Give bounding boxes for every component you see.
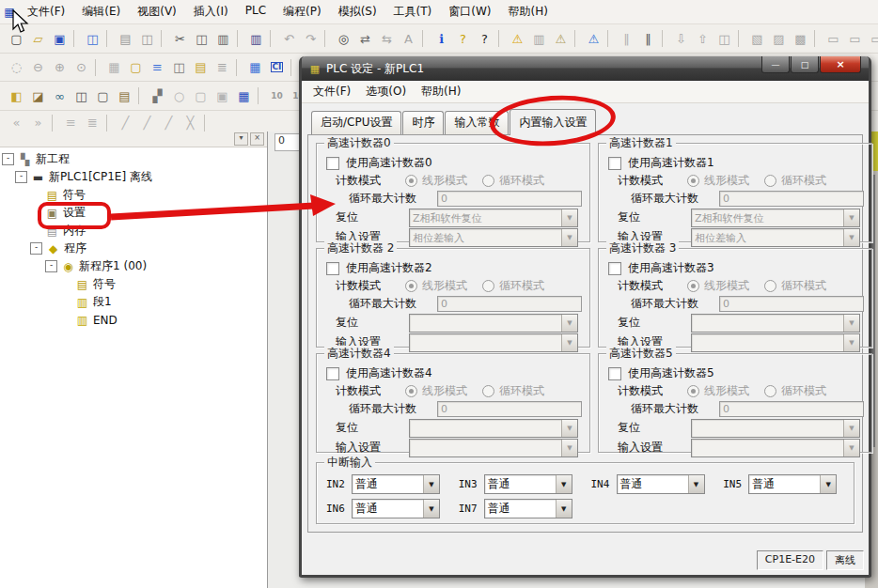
linear-mode-radio[interactable] (405, 280, 417, 292)
close-button[interactable]: × (820, 56, 861, 73)
chevron-down-icon[interactable]: ▼ (843, 440, 859, 456)
paste-special-icon[interactable]: ▥ (245, 29, 267, 48)
chevron-down-icon[interactable]: ▼ (843, 334, 859, 351)
help-icon[interactable]: ? (452, 29, 474, 48)
expander-icon[interactable]: - (45, 260, 57, 272)
use-counter-checkbox[interactable] (608, 262, 621, 275)
maximize-button[interactable]: □ (791, 56, 819, 73)
tree-item-program-symbols[interactable]: - ▤ 符号 (0, 275, 267, 293)
chevron-down-icon[interactable]: ▼ (556, 500, 572, 518)
ring-max-input[interactable]: 0 (437, 191, 582, 207)
coil-icon[interactable]: ○ (168, 86, 190, 105)
input-setting-select[interactable]: ▼ (409, 439, 578, 457)
tree-item-memory[interactable]: - ▤ 内存 (0, 222, 267, 240)
dlg-menu-options[interactable]: 选项(O) (358, 81, 414, 102)
watch-window-icon[interactable]: ∞ (49, 86, 71, 105)
reset-select[interactable]: Z相和软件复位 ▼ (409, 209, 578, 227)
undo-icon[interactable]: ↶ (278, 29, 300, 48)
menu-simulation[interactable]: 模拟(S) (330, 1, 385, 23)
chevron-down-icon[interactable]: ▼ (561, 440, 577, 456)
io-comment-icon[interactable]: ▤ (190, 58, 212, 77)
properties-icon[interactable]: ▤ (114, 86, 135, 105)
interrupt-mode-select[interactable]: 普通 ▼ (352, 474, 440, 494)
page-setup-icon[interactable]: ◫ (82, 29, 103, 48)
reset-select[interactable]: Z相和软件复位 ▼ (691, 209, 860, 227)
tab-input-constant[interactable]: 输入常数 (445, 111, 509, 135)
tree-item-end[interactable]: - ▥ END (0, 311, 267, 329)
ring-mode-radio[interactable] (764, 280, 776, 292)
zoom-select-icon[interactable]: ◌ (6, 58, 27, 77)
tab-builtin-input[interactable]: 内置输入设置 (510, 109, 596, 135)
online-edit-warning-icon[interactable]: ⚠ (583, 29, 604, 48)
use-counter-checkbox[interactable] (608, 157, 621, 170)
transfer-to-plc-icon[interactable]: ⇩ (670, 29, 692, 48)
chevron-down-icon[interactable]: ▼ (561, 334, 577, 351)
menu-help[interactable]: 帮助(H) (500, 1, 557, 23)
dlg-menu-file[interactable]: 文件(F) (306, 81, 358, 102)
chevron-down-icon[interactable]: ▼ (820, 475, 836, 493)
tab-timing[interactable]: 时序 (402, 111, 444, 135)
draw-line-icon-1[interactable]: ╱ (115, 114, 136, 132)
linear-mode-radio[interactable] (405, 385, 417, 397)
binary-display-icon[interactable]: ▦ (233, 86, 255, 105)
tree-item-label[interactable]: 设置 (63, 205, 86, 221)
tree-item-label[interactable]: 符号 (63, 187, 86, 203)
interrupt-mode-select[interactable]: 普通 ▼ (748, 474, 837, 494)
minimize-button[interactable]: — (761, 56, 790, 73)
rung-shortcut-icon[interactable]: ◫ (168, 58, 190, 77)
work-online-icon[interactable]: ▧ (746, 29, 768, 48)
menu-edit[interactable]: 编辑(E) (73, 1, 129, 23)
ci-box-icon[interactable]: CI (266, 58, 288, 77)
chevron-down-icon[interactable]: ▼ (843, 209, 859, 226)
chevron-down-icon[interactable]: ▼ (561, 229, 577, 246)
warning-icon[interactable]: ⚠ (507, 29, 528, 48)
chevron-down-icon[interactable]: ▼ (423, 475, 439, 493)
close-icon[interactable]: × (250, 132, 264, 146)
align-list-2-icon[interactable]: ≣ (82, 114, 103, 132)
indent-left-icon[interactable]: « (6, 114, 27, 132)
dialog-titlebar[interactable]: ▦ PLC 设定 - 新PLC1 — □ × (302, 56, 869, 81)
monitor-mode-icon[interactable]: ▨ (768, 29, 790, 48)
tree-item-program1[interactable]: - ◉ 新程序1 (00) (0, 257, 267, 275)
chevron-down-icon[interactable]: ▾ (234, 132, 248, 146)
chevron-down-icon[interactable]: ▼ (688, 475, 704, 493)
cut-icon[interactable]: ✂ (169, 29, 191, 48)
tree-item-label[interactable]: 符号 (93, 276, 116, 292)
rack-icon-2[interactable]: ▭ (844, 29, 866, 48)
save-icon[interactable]: ▣ (49, 29, 71, 48)
tree-item-settings[interactable]: - ▣ 设置 (0, 204, 267, 222)
open-project-icon[interactable]: ▱ (27, 29, 49, 48)
find-next-icon[interactable]: ⇆ (376, 29, 398, 48)
ring-mode-radio[interactable] (764, 175, 776, 187)
pause-disabled-icon[interactable]: ‖ (616, 29, 637, 48)
use-counter-checkbox[interactable] (608, 367, 621, 380)
reset-select[interactable]: ▼ (691, 419, 860, 438)
ring-max-input[interactable]: 0 (719, 401, 864, 417)
interrupt-mode-select[interactable]: 普通 ▼ (617, 474, 705, 494)
replace-icon[interactable]: ⇄ (354, 29, 376, 48)
info-icon[interactable]: ℹ (431, 29, 452, 48)
tree-item-label[interactable]: 新程序1 (00) (79, 258, 147, 274)
draw-line-icon-4[interactable]: ╳ (180, 114, 201, 132)
print-preview-icon[interactable]: ◫ (136, 29, 158, 48)
new-project-icon[interactable]: ▢ (6, 29, 27, 48)
copy-icon[interactable]: ◫ (191, 29, 212, 48)
paste-icon[interactable]: ▥ (212, 29, 234, 48)
reset-select[interactable]: ▼ (409, 314, 578, 333)
tree-item-section1[interactable]: - ▥ 段1 (0, 293, 267, 311)
tree-item-label[interactable]: END (93, 314, 118, 327)
use-counter-checkbox[interactable] (326, 157, 339, 170)
input-setting-select[interactable]: 相位差输入 ▼ (691, 228, 860, 247)
rung-wrap-icon[interactable]: ≡ (147, 58, 168, 77)
interrupt-mode-select[interactable]: 普通 ▼ (484, 474, 572, 494)
monitor-warning-icon[interactable]: ▥ (528, 29, 550, 48)
reset-select[interactable]: ▼ (409, 419, 578, 438)
indent-right-icon[interactable]: » (27, 114, 49, 132)
symbol-bar-icon[interactable]: ≣ (212, 58, 233, 77)
tree-item-symbols[interactable]: - ▤ 符号 (0, 186, 267, 204)
search-warning-icon[interactable]: ⚠ (550, 29, 572, 48)
use-counter-checkbox[interactable] (326, 367, 339, 380)
expander-icon[interactable]: - (15, 171, 27, 183)
menu-tools[interactable]: 工具(T) (385, 1, 441, 23)
chevron-down-icon[interactable]: ▼ (423, 500, 439, 518)
